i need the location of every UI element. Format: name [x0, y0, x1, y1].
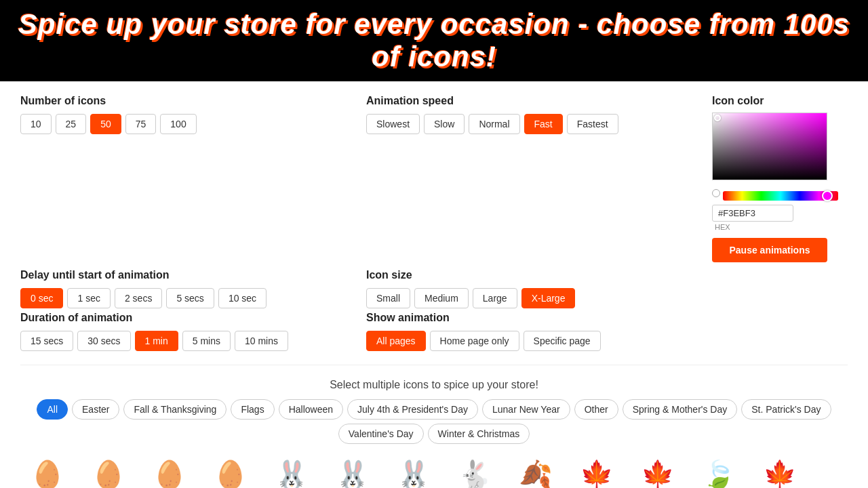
icon-emoji: 🥚 — [210, 456, 251, 488]
duration-1min[interactable]: 1 min — [135, 331, 178, 351]
cat-spring[interactable]: Spring & Mother's Day — [623, 399, 738, 420]
icon-item[interactable]: 🍁leaves 3 — [631, 456, 685, 488]
show-animation-options: All pages Home page only Specific page — [366, 331, 685, 351]
delay-5[interactable]: 5 secs — [166, 288, 214, 308]
delay-options: 0 sec 1 sec 2 secs 5 secs 10 sec — [20, 288, 339, 308]
duration-10min[interactable]: 10 mins — [235, 331, 288, 351]
cat-stpatrick[interactable]: St. Patrick's Day — [741, 399, 831, 420]
animation-speed-group: Animation speed Slowest Slow Normal Fast… — [366, 95, 685, 262]
icons-grid: 🥚easter egg 1🥚easter egg 2🥚easter egg 3🥚… — [14, 449, 854, 488]
cat-halloween[interactable]: Halloween — [279, 399, 343, 420]
hex-input[interactable] — [712, 205, 793, 222]
icon-size-options: Small Medium Large X-Large — [366, 288, 685, 308]
icon-item[interactable]: 🐰easter bunny 2 — [326, 456, 380, 488]
icon-item[interactable]: 🥚easter egg 1 — [20, 456, 75, 488]
icons-count-10[interactable]: 10 — [20, 114, 52, 134]
speed-fastest[interactable]: Fastest — [567, 114, 618, 134]
animation-speed-label: Animation speed — [366, 95, 685, 107]
icon-item[interactable]: 🍂leaves 1 — [509, 456, 563, 488]
icon-item[interactable]: 🍁leaves 2 — [570, 456, 624, 488]
icon-emoji: 🐰 — [393, 456, 434, 488]
page-title: Spice up your store for every occasion -… — [14, 8, 854, 73]
icon-emoji: 🥚 — [88, 456, 129, 488]
icon-select-section: Select multiple icons to spice up your s… — [0, 372, 868, 488]
delay-group: Delay until start of animation 0 sec 1 s… — [20, 269, 339, 308]
pause-animations-button[interactable]: Pause animations — [712, 238, 827, 262]
icons-count-50[interactable]: 50 — [90, 114, 121, 134]
icon-emoji: 🐇 — [454, 456, 495, 488]
icon-item[interactable]: 🍃leaves 4 — [692, 456, 746, 488]
color-picker-dot[interactable] — [714, 115, 721, 121]
hue-slider-dot[interactable] — [822, 190, 833, 201]
icon-emoji: 🐰 — [332, 456, 373, 488]
delay-0[interactable]: 0 sec — [20, 288, 63, 308]
cat-winter[interactable]: Winter & Christmas — [428, 424, 530, 444]
icon-select-title: Select multiple icons to spice up your s… — [14, 379, 854, 391]
icon-item[interactable]: 🥚easter egg 4 — [203, 456, 258, 488]
delay-2[interactable]: 2 secs — [115, 288, 162, 308]
icon-item[interactable]: 🥚easter egg 2 — [81, 456, 136, 488]
size-xlarge[interactable]: X-Large — [521, 288, 576, 308]
cat-lunar[interactable]: Lunar New Year — [482, 399, 570, 420]
icon-size-group: Icon size Small Medium Large X-Large — [366, 269, 685, 308]
size-small[interactable]: Small — [366, 288, 410, 308]
speed-fast[interactable]: Fast — [524, 114, 563, 134]
category-tabs: All Easter Fall & Thanksgiving Flags Hal… — [14, 399, 854, 444]
icon-color-group: Icon color HEX Pause animations — [712, 95, 848, 262]
speed-slow[interactable]: Slow — [424, 114, 465, 134]
duration-15[interactable]: 15 secs — [20, 331, 73, 351]
show-animation-label: Show animation — [366, 312, 685, 324]
icon-emoji: 🐰 — [271, 456, 312, 488]
cat-july4[interactable]: July 4th & President's Day — [347, 399, 478, 420]
color-picker-canvas[interactable] — [712, 113, 827, 180]
icon-emoji: 🍂 — [515, 456, 556, 488]
icons-count-options: 10 25 50 75 100 — [20, 114, 339, 134]
show-all-pages[interactable]: All pages — [366, 331, 426, 351]
icon-size-label: Icon size — [366, 269, 685, 281]
duration-options: 15 secs 30 secs 1 min 5 mins 10 mins — [20, 331, 339, 351]
icon-item[interactable]: 🐰easter bunny 3 — [387, 456, 441, 488]
icons-count-100[interactable]: 100 — [160, 114, 196, 134]
icon-emoji: 🥚 — [27, 456, 68, 488]
size-large[interactable]: Large — [473, 288, 517, 308]
cat-flags[interactable]: Flags — [231, 399, 274, 420]
icon-emoji: 🍁 — [760, 456, 800, 488]
section-divider — [20, 365, 848, 365]
color-spacer — [712, 269, 848, 308]
speed-normal[interactable]: Normal — [469, 114, 519, 134]
cat-fall[interactable]: Fall & Thanksgiving — [123, 399, 226, 420]
header-banner: Spice up your store for every occasion -… — [0, 0, 868, 81]
duration-30[interactable]: 30 secs — [77, 331, 130, 351]
opacity-dot[interactable] — [712, 189, 720, 197]
color-spacer2 — [712, 312, 848, 351]
show-home-only[interactable]: Home page only — [430, 331, 519, 351]
number-of-icons-group: Number of icons 10 25 50 75 100 — [20, 95, 339, 262]
icon-emoji: 🥚 — [149, 456, 190, 488]
hex-label: HEX — [715, 223, 848, 231]
cat-easter[interactable]: Easter — [72, 399, 119, 420]
icons-count-25[interactable]: 25 — [56, 114, 87, 134]
icon-item[interactable]: 🐇easter bunny 4 — [448, 456, 502, 488]
size-medium[interactable]: Medium — [414, 288, 469, 308]
duration-5min[interactable]: 5 mins — [182, 331, 231, 351]
animation-speed-options: Slowest Slow Normal Fast Fastest — [366, 114, 685, 134]
icon-emoji: 🍃 — [698, 456, 739, 488]
cat-valentine[interactable]: Valentine's Day — [338, 424, 424, 444]
hue-slider[interactable] — [723, 191, 838, 201]
delay-10[interactable]: 10 sec — [218, 288, 267, 308]
icons-count-75[interactable]: 75 — [125, 114, 157, 134]
cat-all[interactable]: All — [37, 399, 68, 420]
delay-1[interactable]: 1 sec — [67, 288, 110, 308]
show-animation-group: Show animation All pages Home page only … — [366, 312, 685, 351]
icon-item[interactable]: 🥚easter egg 3 — [142, 456, 197, 488]
duration-label: Duration of animation — [20, 312, 339, 324]
cat-other[interactable]: Other — [574, 399, 618, 420]
icon-item[interactable]: 🍁leaves 5 — [753, 456, 807, 488]
icon-color-label: Icon color — [712, 95, 848, 107]
show-specific[interactable]: Specific page — [524, 331, 601, 351]
delay-label: Delay until start of animation — [20, 269, 339, 281]
icon-item[interactable]: 🐰easter bunny 1 — [264, 456, 319, 488]
speed-slowest[interactable]: Slowest — [366, 114, 420, 134]
icon-emoji: 🍁 — [637, 456, 678, 488]
duration-group: Duration of animation 15 secs 30 secs 1 … — [20, 312, 339, 351]
